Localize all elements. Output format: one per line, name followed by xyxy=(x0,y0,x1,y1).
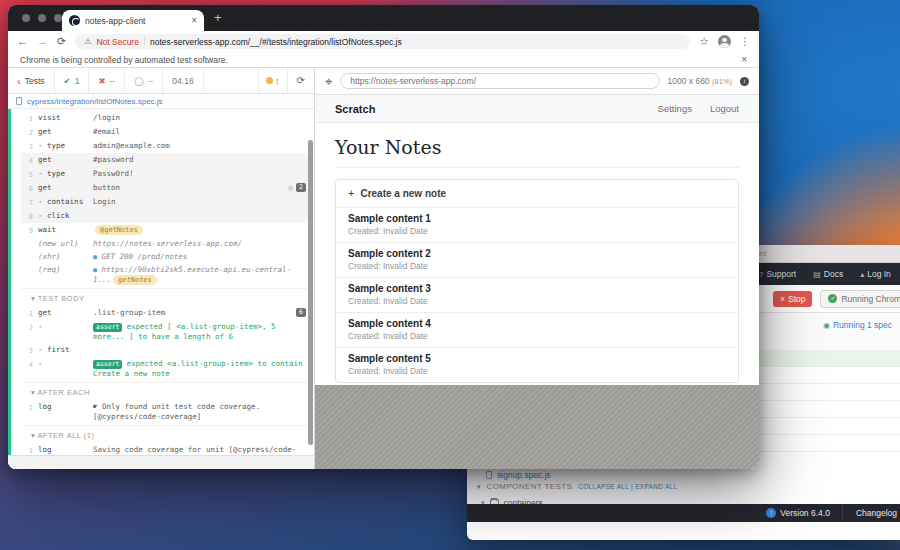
browser-titlebar: notes-app-client × + xyxy=(8,5,759,31)
close-window-icon[interactable] xyxy=(22,14,30,22)
bookmark-star-icon[interactable]: ☆ xyxy=(699,35,709,48)
tab-close-icon[interactable]: × xyxy=(191,16,197,26)
fail-icon: ✖ xyxy=(98,76,105,86)
pass-icon: ✔ xyxy=(64,76,71,86)
note-title: Sample content 5 xyxy=(348,353,726,364)
infobar-close-icon[interactable]: × xyxy=(741,54,747,65)
log-row[interactable]: (req)● https://90xbti2sk5.execute-api.eu… xyxy=(21,263,310,286)
browser-menu-icon[interactable]: ⋮ xyxy=(740,36,750,47)
check-icon: ✓ xyxy=(828,294,837,303)
create-note-button[interactable]: + Create a new note xyxy=(336,180,738,208)
note-created: Created: Invalid Date xyxy=(348,261,726,271)
log-row[interactable]: 1get.list-group-item6 xyxy=(21,306,310,320)
file-icon xyxy=(486,471,492,479)
note-list-item[interactable]: Sample content 1Created: Invalid Date xyxy=(336,208,738,243)
aut-header: ⌖ https://notes-serverless-app.com/ 1000… xyxy=(315,68,759,95)
reporter-footer xyxy=(8,455,314,469)
reporter-header: ‹Tests ✔1 ✖-- ◯-- 04.16 ↕ ⟳ xyxy=(8,68,314,94)
docs-menu-item[interactable]: ▤Docs xyxy=(813,269,843,279)
plus-icon: + xyxy=(348,188,354,199)
page-title: Your Notes xyxy=(335,136,739,158)
log-row[interactable]: 6getbutton◎2 xyxy=(21,181,310,195)
command-log: 1visit/login2get#email3- typeadmin@examp… xyxy=(8,109,314,455)
settings-link[interactable]: Settings xyxy=(658,103,692,114)
rerun-button[interactable]: ⟳ xyxy=(287,68,314,93)
note-created: Created: Invalid Date xyxy=(348,331,726,341)
log-row[interactable]: 2get#email xyxy=(21,125,310,139)
alias-pill: @getNotes xyxy=(95,225,143,235)
aut-url-field[interactable]: https://notes-serverless-app.com/ xyxy=(340,73,659,89)
collapse-expand-links[interactable]: COLLAPSE ALL | EXPAND ALL xyxy=(578,483,677,490)
app-navbar: Scratch Settings Logout xyxy=(315,95,759,123)
log-row[interactable]: 8- click xyxy=(21,209,310,223)
note-list-item[interactable]: Sample content 5Created: Invalid Date xyxy=(336,348,738,382)
reporter-scrollbar[interactable] xyxy=(308,140,313,445)
info-icon[interactable]: i xyxy=(740,77,749,86)
log-row[interactable]: 1log☛ Only found unit test code coverage… xyxy=(21,400,310,423)
file-icon xyxy=(16,97,22,105)
log-row[interactable]: (xhr)● GET 200 /prod/notes xyxy=(21,250,310,263)
spec-path[interactable]: cypress/integration/listOfNotes.spec.js xyxy=(27,97,163,106)
note-rows: Sample content 1Created: Invalid DateSam… xyxy=(336,208,738,382)
back-icon[interactable]: ← xyxy=(17,36,28,47)
log-row[interactable]: 3- first xyxy=(21,343,310,357)
logout-link[interactable]: Logout xyxy=(710,103,739,114)
pending-icon: ◯ xyxy=(134,76,144,86)
passed-count: ✔1 xyxy=(55,68,90,93)
log-section-header[interactable]: ▾ AFTER ALL (1) xyxy=(21,425,310,443)
changelog-button[interactable]: Changelog xyxy=(842,504,900,522)
browser-tab[interactable]: notes-app-client × xyxy=(62,10,204,31)
aut-body: Scratch Settings Logout Your Notes xyxy=(315,95,759,469)
log-row[interactable]: 4get#password xyxy=(21,153,310,167)
close-icon: × xyxy=(780,294,785,304)
component-tests-section[interactable]: ▾ COMPONENT TESTS COLLAPSE ALL | EXPAND … xyxy=(467,482,900,496)
forward-icon[interactable]: → xyxy=(37,36,48,47)
support-menu-item[interactable]: ?Support xyxy=(759,269,796,279)
pending-count: ◯-- xyxy=(125,68,163,93)
alias-pill: getNotes xyxy=(113,275,157,285)
back-to-tests-button[interactable]: ‹Tests xyxy=(8,68,55,93)
new-tab-button[interactable]: + xyxy=(214,10,222,25)
note-created: Created: Invalid Date xyxy=(348,226,726,236)
log-row[interactable]: 5- typePassw0rd! xyxy=(21,167,310,181)
log-row[interactable]: 9wait@getNotes xyxy=(21,223,310,237)
app-brand[interactable]: Scratch xyxy=(335,103,375,115)
address-bar[interactable]: ⚠ Not Secure notes-serverless-app.com/__… xyxy=(75,34,690,49)
selector-playground-icon[interactable]: ⌖ xyxy=(325,75,332,88)
note-list-item[interactable]: Sample content 2Created: Invalid Date xyxy=(336,243,738,278)
log-row[interactable]: (new url)https://notes-serverless-app.co… xyxy=(21,237,310,250)
log-row[interactable]: 1visit/login xyxy=(21,111,310,125)
automation-infobar: Chrome is being controlled by automated … xyxy=(8,52,759,68)
note-title: Sample content 3 xyxy=(348,283,726,294)
version-button[interactable]: ↑Version 6.4.0 xyxy=(754,504,842,522)
note-list-item[interactable]: Sample content 4Created: Invalid Date xyxy=(336,313,738,348)
log-row[interactable]: 7- containsLogin xyxy=(21,195,310,209)
log-row[interactable]: 3- typeadmin@example.com xyxy=(21,139,310,153)
chevron-left-icon: ‹ xyxy=(17,75,21,87)
log-row[interactable]: 1logSaving code coverage for unit [@cypr… xyxy=(21,443,310,455)
log-section-header[interactable]: ▾ TEST BODY xyxy=(21,288,310,306)
log-row[interactable]: 2-assertexpected [ <a.list-group-item>, … xyxy=(21,320,310,343)
log-section-header[interactable]: ▾ AFTER EACH xyxy=(21,382,310,400)
auto-scroll-toggle[interactable]: ↕ xyxy=(258,68,287,93)
window-controls[interactable] xyxy=(22,14,62,22)
note-created: Created: Invalid Date xyxy=(348,366,726,376)
reporter-header-right: ↕ ⟳ xyxy=(258,68,314,93)
element-count-badge: 6 xyxy=(296,308,306,317)
browser-select-button[interactable]: ✓Running Chrome 88 xyxy=(820,290,900,308)
spec-file-signup[interactable]: signup.spec.js xyxy=(467,467,900,482)
security-label[interactable]: Not Secure xyxy=(96,37,139,47)
hidden-eye-icon: ◎ xyxy=(288,183,293,192)
profile-avatar[interactable] xyxy=(718,35,731,48)
scroll-icon: ↕ xyxy=(275,76,280,86)
zoom-window-icon[interactable] xyxy=(54,14,62,22)
login-menu-item[interactable]: ▴Log In xyxy=(860,269,891,279)
refresh-icon: ⟳ xyxy=(297,75,305,86)
note-list-item[interactable]: Sample content 3Created: Invalid Date xyxy=(336,278,738,313)
url-text[interactable]: notes-serverless-app.com/__/#/tests/inte… xyxy=(150,37,402,47)
reload-icon[interactable]: ⟳ xyxy=(57,36,66,47)
minimize-window-icon[interactable] xyxy=(38,14,46,22)
stop-button[interactable]: ×Stop xyxy=(773,291,812,307)
log-row[interactable]: 4-assertexpected <a.list-group-item> to … xyxy=(21,357,310,380)
question-icon: ? xyxy=(759,270,763,279)
